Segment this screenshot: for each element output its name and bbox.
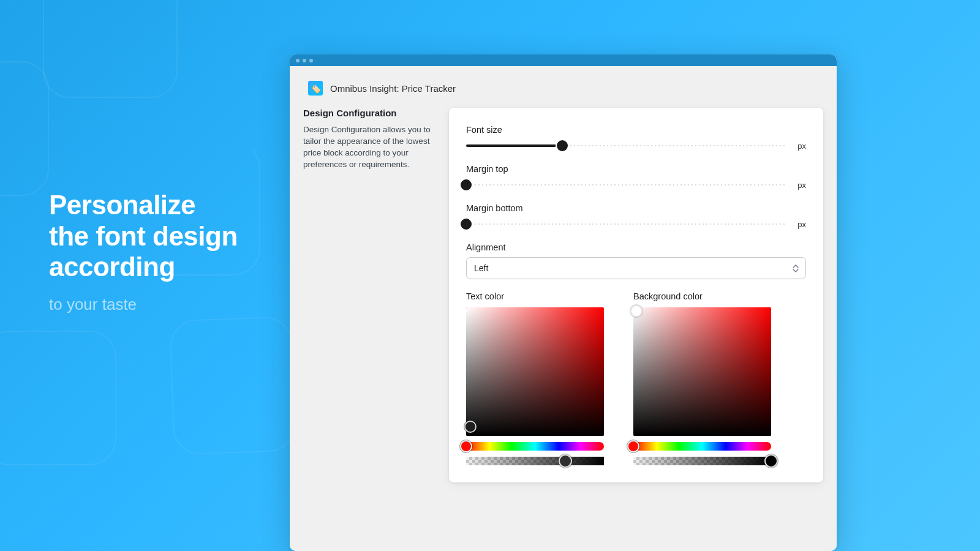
slider-rail: [466, 184, 786, 186]
window-titlebar: [290, 54, 837, 66]
swatch-black-layer: [633, 307, 771, 436]
alignment-select[interactable]: Left: [466, 257, 806, 279]
bg-shape: [43, 0, 178, 98]
app-tag-icon: 🏷️: [308, 81, 323, 96]
select-chevrons-icon: [792, 264, 799, 272]
text-color-saturation-area[interactable]: [466, 307, 604, 436]
hero-headline-line: according: [49, 252, 175, 282]
background-color-cursor[interactable]: [630, 305, 643, 317]
window-control-zoom-icon[interactable]: [309, 59, 313, 62]
background-color-picker: Background color: [633, 291, 771, 465]
alpha-thumb[interactable]: [559, 454, 572, 468]
background-color-saturation-area[interactable]: [633, 307, 771, 436]
app-window: 🏷️ Omnibus Insight: Price Tracker Design…: [290, 54, 837, 551]
alignment-value: Left: [474, 263, 488, 273]
bg-shape: [0, 61, 49, 196]
slider-track: [466, 144, 562, 147]
font-size-unit: px: [795, 141, 806, 151]
window-control-minimize-icon[interactable]: [303, 59, 306, 62]
background-color-alpha-slider[interactable]: [633, 457, 771, 465]
sidebar-description: Design Configuration allows you to tailo…: [303, 124, 438, 171]
text-color-label: Text color: [466, 291, 604, 301]
font-size-field: Font size px: [466, 125, 806, 152]
margin-top-unit: px: [795, 181, 806, 190]
swatch-black-layer: [466, 307, 604, 436]
margin-top-field: Margin top px: [466, 164, 806, 191]
bg-shape: [0, 331, 116, 465]
design-config-card: Font size px Margin top: [449, 108, 823, 482]
color-pickers-row: Text color: [466, 291, 806, 465]
config-sidebar: Design Configuration Design Configuratio…: [303, 108, 438, 482]
slider-thumb[interactable]: [557, 140, 568, 151]
hero-headline: Personalize the font design according: [49, 190, 238, 283]
margin-top-slider[interactable]: [466, 179, 786, 191]
text-color-alpha-slider[interactable]: [466, 457, 604, 465]
content-area: Design Configuration Design Configuratio…: [290, 108, 837, 496]
hue-thumb[interactable]: [627, 440, 639, 452]
alignment-label: Alignment: [466, 242, 806, 252]
hero-headline-line: Personalize: [49, 190, 195, 220]
slider-thumb[interactable]: [461, 219, 472, 230]
slider-rail: [466, 223, 786, 225]
background-color-hue-slider[interactable]: [633, 442, 771, 451]
background-color-label: Background color: [633, 291, 771, 301]
alpha-gradient: [466, 457, 604, 465]
margin-bottom-label: Margin bottom: [466, 203, 806, 213]
alpha-thumb[interactable]: [764, 454, 778, 468]
hero-subtitle: to your taste: [49, 295, 238, 314]
margin-bottom-slider[interactable]: [466, 218, 786, 230]
bg-shape: [169, 317, 296, 455]
text-color-picker: Text color: [466, 291, 604, 465]
app-title: Omnibus Insight: Price Tracker: [330, 83, 456, 94]
app-body: 🏷️ Omnibus Insight: Price Tracker Design…: [290, 66, 837, 551]
hero-text: Personalize the font design according to…: [49, 190, 238, 314]
font-size-label: Font size: [466, 125, 806, 135]
window-control-close-icon[interactable]: [296, 59, 300, 62]
margin-top-label: Margin top: [466, 164, 806, 174]
alignment-field: Alignment Left: [466, 242, 806, 279]
hero-headline-line: the font design: [49, 221, 238, 251]
text-color-cursor[interactable]: [464, 421, 477, 433]
sidebar-heading: Design Configuration: [303, 108, 438, 118]
app-header: 🏷️ Omnibus Insight: Price Tracker: [290, 66, 837, 108]
alpha-gradient: [633, 457, 771, 465]
hue-thumb[interactable]: [460, 440, 472, 452]
text-color-hue-slider[interactable]: [466, 442, 604, 451]
slider-thumb[interactable]: [461, 179, 472, 190]
margin-bottom-field: Margin bottom px: [466, 203, 806, 230]
font-size-slider[interactable]: [466, 140, 786, 152]
margin-bottom-unit: px: [795, 220, 806, 229]
